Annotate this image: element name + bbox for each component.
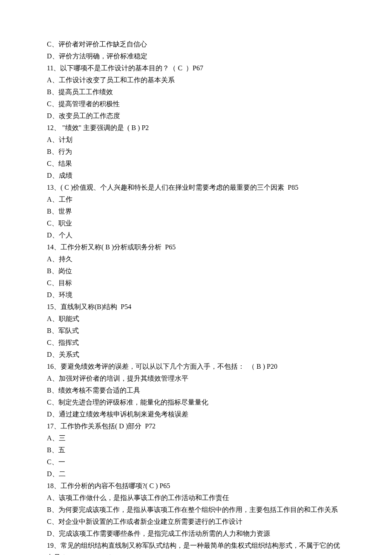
text-line: B、岗位: [47, 265, 345, 277]
question-line: 18、工作分析的内容不包括哪项?( C ) P65: [47, 480, 345, 492]
question-line: 12、 "绩效" 主要强调的是 ( B ) P2: [47, 122, 345, 134]
text-line: C、制定先进合理的评级标准，能量化的指标尽量量化: [47, 396, 345, 408]
text-line: C、对企业中新设置的工作或者新企业建立所需要进行的工作设计: [47, 516, 345, 528]
text-line: B、行为: [47, 146, 345, 158]
text-line: B、提高员工工作绩效: [47, 86, 345, 98]
text-line: C、指挥式: [47, 337, 345, 349]
text-line: D、改变员工的工作态度: [47, 110, 345, 122]
document-page: C、评价者对评价工作缺乏自信心 D、评价方法明确，评价标准稳定 11、以下哪项不…: [0, 0, 392, 555]
question-line: 19、常见的组织结构直线制又称军队式结构，是一种最简单的集权式组织结构形式，不属…: [47, 540, 345, 555]
text-line: D、成绩: [47, 170, 345, 182]
text-line: A、该项工作做什么，是指从事该工作的工作活动和工作责任: [47, 492, 345, 504]
text-line: B、五: [47, 444, 345, 456]
text-line: C、结果: [47, 158, 345, 170]
text-line: C、职业: [47, 217, 345, 229]
text-line: D、个人: [47, 229, 345, 241]
text-line: A、工作: [47, 194, 345, 205]
text-line: D、环境: [47, 289, 345, 301]
text-line: B、为何要完成该项工作，是指从事该项工作在整个组织中的作用，主要包括工作目的和工…: [47, 504, 345, 516]
text-line: A、持久: [47, 253, 345, 265]
question-line: 17、工作协作关系包括( D )部分 P72: [47, 420, 345, 432]
text-line: B、军队式: [47, 325, 345, 337]
text-line: A、加强对评价者的培训，提升其绩效管理水平: [47, 373, 345, 384]
text-line: A、三: [47, 432, 345, 444]
text-line: D、关系式: [47, 349, 345, 361]
text-line: C、评价者对评价工作缺乏自信心: [47, 38, 345, 50]
question-line: 16、要避免绩效考评的误差，可以从以下几个方面入手，不包括： （ B ) P20: [47, 361, 345, 373]
text-line: D、二: [47, 468, 345, 480]
text-line: D、评价方法明确，评价标准稳定: [47, 50, 345, 62]
text-line: A、职能式: [47, 313, 345, 325]
text-line: B、世界: [47, 205, 345, 217]
text-line: B、绩效考核不需要合适的工具: [47, 384, 345, 396]
text-line: A、计划: [47, 134, 345, 146]
question-line: 11、以下哪项不是工作设计的基本目的？（ C ）P67: [47, 62, 345, 74]
question-line: 13、( C )价值观、个人兴趣和特长是人们在择业时需要考虑的最重要的三个因素 …: [47, 182, 345, 194]
question-line: 15、直线制又称(B)结构 P54: [47, 301, 345, 313]
text-line: C、一: [47, 456, 345, 468]
text-line: A、工作设计改变了员工和工作的基本关系: [47, 74, 345, 86]
text-line: D、通过建立绩效考核申诉机制来避免考核误差: [47, 408, 345, 420]
text-line: C、提高管理者的积极性: [47, 98, 345, 110]
question-line: 14、工作分析又称( B )分析或职务分析 P65: [47, 241, 345, 253]
text-line: C、目标: [47, 277, 345, 289]
text-line: D、完成该项工作需要哪些条件，是指完成工作活动所需的人力和物力资源: [47, 528, 345, 540]
